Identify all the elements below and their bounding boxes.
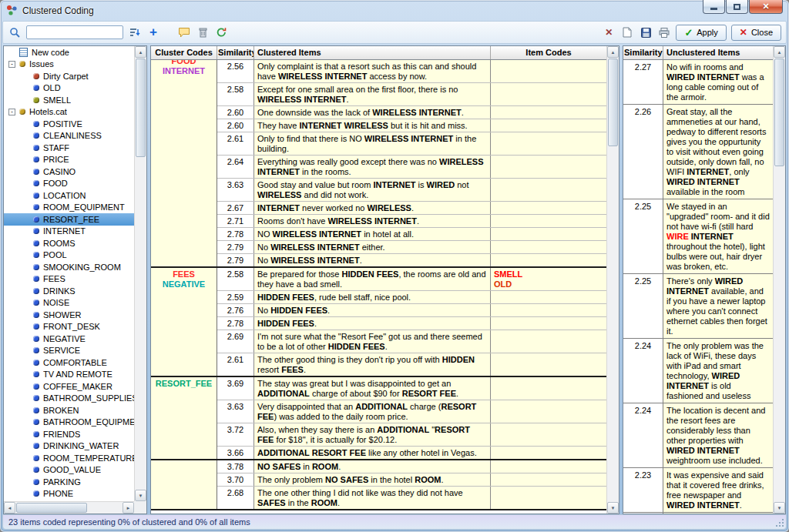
resize-grip[interactable] <box>775 518 784 527</box>
tree-item-parking[interactable]: PARKING <box>4 476 134 488</box>
tree-item-drinking-water[interactable]: DRINKING_WATER <box>4 440 134 453</box>
tree-item-good-value[interactable]: GOOD_VALUE <box>4 464 134 477</box>
clustered-item-row[interactable]: 2.78HIDDEN FEES. <box>217 317 606 330</box>
tree-item-issues[interactable]: -Issues <box>4 59 134 71</box>
unclustered-item-row[interactable]: 2.26Great stay, all the ammeneties at ou… <box>623 105 773 199</box>
tree-item-friends[interactable]: FRIENDS <box>4 428 134 440</box>
scrollbar-thumb[interactable] <box>608 59 618 146</box>
scroll-left-button[interactable]: ◄ <box>4 502 15 514</box>
minimize-button[interactable] <box>703 0 725 14</box>
tree-horizontal-scrollbar[interactable]: ◄ ► <box>4 501 134 514</box>
tree-item-noise[interactable]: NOISE <box>4 297 134 309</box>
print-icon[interactable] <box>657 25 671 39</box>
tree-item-staff[interactable]: STAFF <box>4 142 134 154</box>
tree-item-resort-fee[interactable]: RESORT_FEE <box>4 213 134 226</box>
clustered-item-row[interactable]: 2.68The one other thing I did not like w… <box>217 487 606 509</box>
scroll-down-button[interactable]: ▼ <box>774 502 785 514</box>
unclustered-item-row[interactable]: 2.27No wifi in rooms and WIRED INTERNET … <box>623 60 773 105</box>
search-input[interactable] <box>26 25 123 39</box>
comment-icon[interactable] <box>177 25 191 39</box>
tree-item-internet[interactable]: INTERNET <box>4 226 134 238</box>
tree-item-drinks[interactable]: DRINKS <box>4 285 134 297</box>
tree-item-bathroom-equipment[interactable]: BATHROOM_EQUIPMENT <box>4 417 134 429</box>
close-button[interactable]: ✕ Close <box>731 25 781 41</box>
tree-item-fees[interactable]: FEES <box>4 273 134 286</box>
clustered-item-row[interactable]: 3.66ADDITIONAL RESORT FEE like any other… <box>217 447 606 459</box>
main-vertical-scrollbar[interactable]: ▲ ▼ <box>606 46 619 514</box>
clustered-item-row[interactable]: 2.61The other good thing is they don't r… <box>217 353 606 376</box>
tree-item-dirty-carpet[interactable]: Dirty Carpet <box>4 70 134 82</box>
scroll-up-button[interactable]: ▲ <box>774 46 785 58</box>
tree-item-bathroom-supplies[interactable]: BATHROOM_SUPPLIES <box>4 393 134 405</box>
export-document-icon[interactable] <box>620 25 634 39</box>
tree-item-negative[interactable]: NEGATIVE <box>4 333 134 345</box>
clustered-item-row[interactable]: 2.76No HIDDEN FEES. <box>217 304 606 317</box>
apply-button[interactable]: ✓ Apply <box>676 25 726 41</box>
clear-icon[interactable]: ✕ <box>602 25 616 39</box>
tree-item-front-desk[interactable]: FRONT_DESK <box>4 321 134 333</box>
tree-item-room-temperature[interactable]: ROOM_TEMPERATURE <box>4 452 134 464</box>
clustered-item-row[interactable]: 2.71Rooms don't have WIRELESS INTERNET. <box>217 215 606 228</box>
clustered-item-row[interactable]: 2.61Only to find that there is NO WIRELE… <box>217 132 606 156</box>
delete-icon[interactable] <box>196 25 210 39</box>
unclustered-item-row[interactable]: 2.22ONLY COMPLAINT WOULD BE THE RESORT F… <box>623 513 773 514</box>
clustered-item-row[interactable]: 2.60They have INTERNET WIRELESS but it i… <box>217 119 606 132</box>
clustered-item-row[interactable]: 2.79No WIRELESS INTERNET. <box>217 254 606 266</box>
unclustered-item-row[interactable]: 2.23It was expensive and said that it co… <box>623 468 773 513</box>
scrollbar-thumb[interactable] <box>136 59 146 157</box>
tree-item-new-code[interactable]: New code <box>4 46 134 59</box>
scroll-up-button[interactable]: ▲ <box>607 46 619 58</box>
close-window-button[interactable]: ✕ <box>749 0 783 14</box>
scrollbar-thumb[interactable] <box>774 59 784 166</box>
scroll-down-button[interactable]: ▼ <box>607 502 619 514</box>
maximize-button[interactable] <box>726 0 748 14</box>
tree-item-price[interactable]: PRICE <box>4 154 134 166</box>
clustered-item-row[interactable]: 2.58Be prepared for those HIDDEN FEES, t… <box>217 268 606 291</box>
clustered-item-row[interactable]: 3.78NO SAFES in ROOM. <box>217 460 606 473</box>
clustered-item-row[interactable]: 2.78NO WIRELESS INTERNET in hotel at all… <box>217 228 606 241</box>
tree-item-broken[interactable]: BROKEN <box>4 404 134 417</box>
clustered-item-row[interactable]: 3.63Very disappointed that an ADDITIONAL… <box>217 400 606 423</box>
clustered-item-row[interactable]: 2.56Only complaint is that a resort such… <box>217 60 606 83</box>
unclustered-item-row[interactable]: 2.25We stayed in an "upgraded" room- and… <box>623 199 773 274</box>
scroll-up-button[interactable]: ▲ <box>135 46 146 58</box>
unclustered-item-row[interactable]: 2.25There's only WIRED INTERNET availabl… <box>623 274 773 339</box>
tree-item-food[interactable]: FOOD <box>4 178 134 190</box>
tree-item-service[interactable]: SERVICE <box>4 345 134 357</box>
clustered-item-row[interactable]: 2.69I'm not sure what the "Resort Fee" g… <box>217 330 606 353</box>
clustered-item-row[interactable]: 2.64Everything was really good except th… <box>217 156 606 179</box>
unclustered-vertical-scrollbar[interactable]: ▲ ▼ <box>773 46 785 514</box>
tree-item-phone[interactable]: PHONE <box>4 488 134 500</box>
sort-codes-icon[interactable] <box>128 25 142 39</box>
clustered-item-row[interactable]: 3.69The stay was great but I was disappo… <box>217 377 606 400</box>
clustered-item-row[interactable]: 2.60One downside was the lack of WIRELES… <box>217 106 606 119</box>
tree-item-smell[interactable]: SMELL <box>4 94 134 106</box>
tree-item-smooking-room[interactable]: SMOOKING_ROOM <box>4 261 134 273</box>
add-code-icon[interactable]: + <box>146 25 160 39</box>
tree-expander-icon[interactable]: - <box>8 61 15 68</box>
tree-item-tv-and-remote[interactable]: TV AND REMOTE <box>4 369 134 381</box>
recluster-refresh-icon[interactable] <box>214 25 228 39</box>
tree-vertical-scrollbar[interactable]: ▲ ▼ <box>134 46 146 501</box>
tree-item-room-equipment[interactable]: ROOM_EQUIPMENT <box>4 202 134 214</box>
unclustered-item-row[interactable]: 2.24The only problem was the lack of WiF… <box>623 339 773 403</box>
unclustered-item-row[interactable]: 2.24The location is decent and the resor… <box>623 403 773 468</box>
clustered-item-row[interactable]: 2.67INTERNET never worked no WIRELESS. <box>217 202 606 215</box>
tree-item-casino[interactable]: CASINO <box>4 166 134 178</box>
save-icon[interactable] <box>639 25 653 39</box>
scroll-down-button[interactable]: ▼ <box>135 490 146 501</box>
tree-item-shower[interactable]: SHOWER <box>4 309 134 321</box>
tree-item-hotels-cat[interactable]: -Hotels.cat <box>4 106 134 119</box>
clustered-item-row[interactable]: 2.59HIDDEN FEES, rude bell staff, nice p… <box>217 291 606 304</box>
clustered-item-row[interactable]: 3.63Good stay and value but room INTERNE… <box>217 179 606 202</box>
tree-item-positive[interactable]: POSITIVE <box>4 118 134 130</box>
tree-item-old[interactable]: OLD <box>4 82 134 95</box>
clustered-item-row[interactable]: 3.72Also, when they say there is an ADDI… <box>217 423 606 447</box>
clustered-item-row[interactable]: 2.58Except for one small area on the fir… <box>217 83 606 106</box>
clustered-item-row[interactable]: 3.70The only problem NO SAFES in the hot… <box>217 473 606 487</box>
tree-item-coffee-maker[interactable]: COFFEE_MAKER <box>4 380 134 393</box>
tree-item-pool[interactable]: POOL <box>4 249 134 262</box>
scroll-right-button[interactable]: ► <box>123 502 134 514</box>
tree-item-comfortable[interactable]: COMFORTABLE <box>4 356 134 369</box>
tree-item-cleanliness[interactable]: CLEANLINESS <box>4 130 134 142</box>
